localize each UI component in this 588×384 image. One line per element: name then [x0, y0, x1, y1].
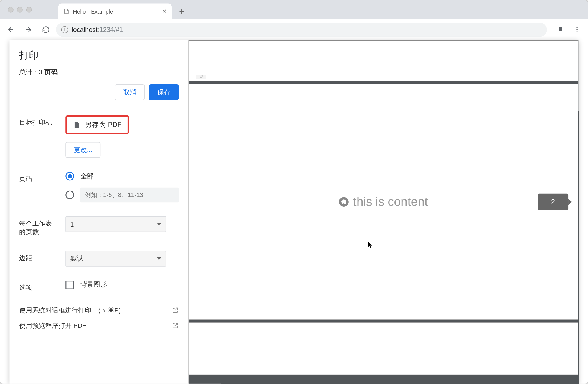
- person-badge-icon: [557, 26, 564, 33]
- margins-select[interactable]: 默认: [65, 251, 166, 266]
- address-host: localhost: [72, 26, 97, 33]
- address-bar[interactable]: i localhost:1234/#1: [56, 22, 547, 36]
- svg-point-1: [576, 27, 578, 28]
- cursor-icon: [368, 241, 374, 250]
- system-dialog-label: 使用系统对话框进行打印... (⌥⌘P): [19, 306, 121, 315]
- forward-button[interactable]: [21, 22, 36, 37]
- background-graphics-label: 背景图形: [80, 281, 107, 289]
- pages-range-radio[interactable]: [65, 191, 74, 199]
- new-tab-button[interactable]: +: [175, 4, 188, 19]
- traffic-lights: [8, 7, 32, 12]
- system-dialog-link[interactable]: 使用系统对话框进行打印... (⌥⌘P): [10, 299, 188, 322]
- preview-page-2: this is content 2: [189, 84, 578, 320]
- print-title: 打印: [19, 49, 179, 62]
- window-minimize-button[interactable]: [17, 7, 22, 12]
- open-preview-label: 使用预览程序打开 PDF: [19, 322, 86, 330]
- print-total: 总计：3 页码: [19, 68, 179, 77]
- pages-label: 页码: [19, 172, 58, 183]
- open-in-preview-link[interactable]: 使用预览程序打开 PDF: [10, 322, 188, 337]
- window-maximize-button[interactable]: [26, 7, 32, 12]
- pages-per-sheet-label: 每个工作表的页数: [19, 216, 58, 237]
- chevron-down-icon: [157, 257, 161, 260]
- total-value: 3 页码: [39, 68, 57, 76]
- pages-all-radio[interactable]: [65, 172, 74, 181]
- reload-icon: [42, 26, 50, 33]
- browser-window: Hello - Example × + i localhost:1234/#1: [0, 0, 588, 384]
- settings-body: 目标打印机 另存为 PDF 更改... 页码: [10, 108, 188, 384]
- reload-button[interactable]: [39, 22, 54, 37]
- github-icon: [339, 197, 349, 207]
- options-label: 选项: [19, 281, 58, 292]
- page-number-badge: 2: [538, 194, 568, 210]
- preview-page-3: [189, 322, 578, 375]
- change-destination-button[interactable]: 更改...: [65, 142, 100, 158]
- dots-vertical-icon: [573, 26, 581, 33]
- window-close-button[interactable]: [8, 7, 13, 12]
- destination-value: 另存为 PDF: [85, 120, 121, 129]
- destination-label: 目标打印机: [19, 115, 58, 127]
- back-button[interactable]: [4, 22, 19, 37]
- external-link-icon: [172, 307, 179, 314]
- page-counter-small: 1/3: [196, 75, 205, 79]
- margins-row: 边距 默认: [10, 244, 188, 273]
- pages-all-label: 全部: [80, 172, 93, 180]
- svg-point-2: [576, 29, 578, 30]
- browser-tab[interactable]: Hello - Example ×: [58, 4, 172, 19]
- arrow-right-icon: [24, 26, 32, 33]
- menu-button[interactable]: [570, 22, 585, 37]
- destination-value-box: 另存为 PDF: [65, 115, 129, 134]
- total-prefix: 总计：: [19, 68, 39, 76]
- preview-page-1: 1/3: [189, 40, 578, 81]
- page-icon: [63, 8, 69, 14]
- pages-per-sheet-select[interactable]: 1: [65, 216, 166, 232]
- pages-per-sheet-value: 1: [70, 221, 74, 228]
- content-area: 打印 总计：3 页码 取消 保存 目标打印机: [0, 40, 588, 384]
- preview-pane[interactable]: 1/3 this is content 2: [189, 40, 578, 384]
- print-dialog: 打印 总计：3 页码 取消 保存 目标打印机: [10, 40, 579, 384]
- options-row: 选项 背景图形: [10, 273, 188, 299]
- close-tab-icon[interactable]: ×: [162, 7, 166, 15]
- sidebar-header: 打印 总计：3 页码 取消 保存: [10, 40, 188, 108]
- site-info-icon[interactable]: i: [61, 26, 68, 33]
- pages-per-sheet-row: 每个工作表的页数 1: [10, 209, 188, 244]
- margins-value: 默认: [70, 254, 83, 263]
- toolbar: i localhost:1234/#1: [0, 19, 588, 40]
- address-rest: :1234/#1: [98, 26, 123, 33]
- chevron-down-icon: [157, 223, 161, 225]
- pages-range-input[interactable]: [80, 188, 179, 203]
- cancel-button[interactable]: 取消: [115, 84, 145, 100]
- arrow-left-icon: [7, 26, 15, 33]
- background-graphics-checkbox[interactable]: [65, 281, 74, 289]
- print-sidebar: 打印 总计：3 页码 取消 保存 目标打印机: [10, 40, 189, 384]
- content-line: this is content: [339, 195, 428, 209]
- external-link-icon: [172, 322, 179, 329]
- destination-row: 目标打印机 另存为 PDF 更改...: [10, 108, 188, 165]
- titlebar: Hello - Example × +: [0, 0, 588, 19]
- margins-label: 边距: [19, 251, 58, 262]
- svg-point-3: [576, 31, 578, 32]
- pages-row: 页码 全部: [10, 165, 188, 209]
- incognito-button[interactable]: [553, 22, 568, 37]
- file-icon: [73, 121, 81, 128]
- tab-title: Hello - Example: [73, 8, 113, 15]
- content-text: this is content: [353, 195, 428, 209]
- save-button[interactable]: 保存: [149, 84, 179, 100]
